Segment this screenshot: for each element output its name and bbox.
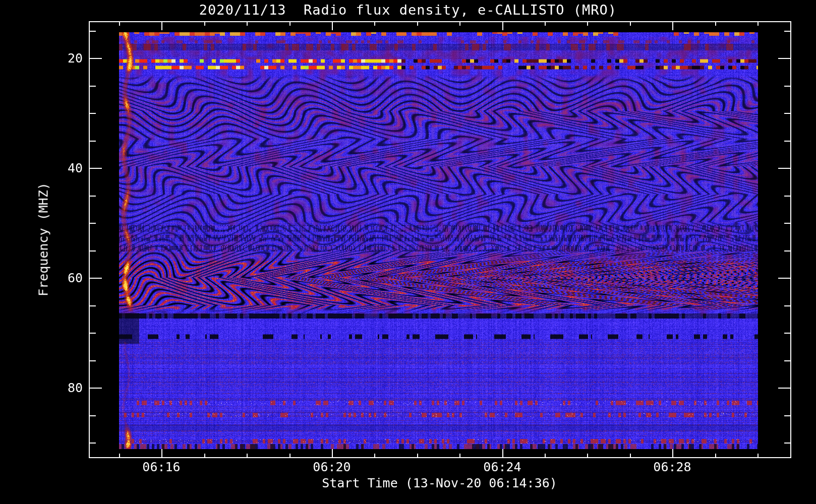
x-tick-label-06:20: 06:20 xyxy=(313,460,351,474)
plot-title: 2020/11/13 Radio flux density, e-CALLIST… xyxy=(0,2,816,18)
y-tick-label-20: 20 xyxy=(52,51,83,66)
x-axis-title: Start Time (13-Nov-20 06:14:36) xyxy=(89,476,790,490)
spectrogram-plot-canvas xyxy=(0,0,816,504)
x-tick-label-06:16: 06:16 xyxy=(142,460,180,474)
y-tick-label-40: 40 xyxy=(52,161,83,175)
spectrogram-window: 2020/11/13 Radio flux density, e-CALLIST… xyxy=(0,0,816,504)
x-tick-label-06:24: 06:24 xyxy=(483,460,521,474)
y-tick-label-60: 60 xyxy=(52,271,83,285)
y-tick-label-80: 80 xyxy=(52,381,83,395)
y-axis-title: Frequency (MHZ) xyxy=(36,182,51,296)
x-tick-label-06:28: 06:28 xyxy=(653,460,691,474)
